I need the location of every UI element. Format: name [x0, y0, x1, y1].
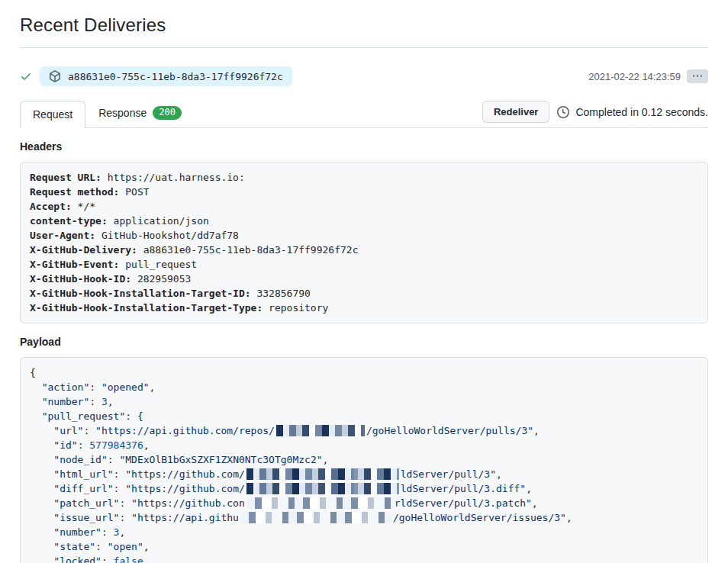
header-line: Request URL: https://uat.harness.io:: [30, 170, 698, 185]
code-line: "number": 3,: [30, 525, 698, 539]
headers-heading: Headers: [20, 140, 708, 153]
code-line: "id": 577984376,: [30, 438, 698, 452]
redaction-mosaic: [246, 497, 393, 509]
delivery-row: a88631e0-755c-11eb-8da3-17ff9926f72c 202…: [20, 66, 708, 86]
delivery-actions: Redeliver Completed in 0.12 seconds.: [482, 101, 708, 127]
code-line: "state": "open",: [30, 539, 698, 554]
code-line: "locked": false,: [30, 554, 698, 563]
code-line: "patch_url": "https://github.conrldServe…: [30, 496, 698, 510]
code-line: "html_url": "https://github.com/ldServer…: [30, 467, 698, 481]
completed-text: Completed in 0.12 seconds.: [575, 106, 708, 118]
code-line: "url": "https://api.github.com/repos//go…: [30, 423, 698, 438]
delivery-tabs: Request Response 200 Redeliver Completed…: [20, 98, 708, 128]
redaction-mosaic: [276, 425, 365, 436]
delivery-guid-pill[interactable]: a88631e0-755c-11eb-8da3-17ff9926f72c: [40, 66, 292, 86]
clock-icon: [557, 106, 569, 118]
delivery-summary: a88631e0-755c-11eb-8da3-17ff9926f72c: [20, 66, 588, 86]
completed-status: Completed in 0.12 seconds.: [557, 106, 708, 118]
redeliver-button[interactable]: Redeliver: [482, 101, 550, 123]
code-line: "diff_url": "https://github.com/ldServer…: [30, 481, 698, 496]
package-icon: [49, 70, 61, 82]
divider: [20, 47, 708, 48]
header-line: User-Agent: GitHub-Hookshot/dd7af78: [30, 228, 698, 243]
header-line: X-GitHub-Delivery: a88631e0-755c-11eb-8d…: [30, 243, 698, 257]
redaction-mosaic: [246, 468, 399, 480]
check-icon: [20, 70, 32, 82]
response-status-badge: 200: [153, 106, 182, 120]
headers-list: Request URL: https://uat.harness.io:Requ…: [30, 170, 698, 315]
code-line: "pull_request": {: [30, 409, 698, 423]
code-line: "node_id": "MDExOlB1bGxSZXF1ZXN0NTc3OTg0…: [30, 452, 698, 467]
page-title: Recent Deliveries: [20, 0, 708, 36]
header-line: Request method: POST: [30, 185, 698, 199]
code-line: "number": 3,: [30, 394, 698, 409]
payload-heading: Payload: [20, 336, 708, 348]
kebab-horizontal-icon: [693, 72, 702, 81]
payload-code: { "action": "opened", "number": 3, "pull…: [30, 365, 698, 563]
code-line: "issue_url": "https://api.githu/goHelloW…: [30, 510, 698, 525]
headers-box: Request URL: https://uat.harness.io:Requ…: [20, 162, 708, 323]
header-line: X-GitHub-Hook-Installation-Target-ID: 33…: [30, 286, 698, 301]
redaction-mosaic: [246, 483, 399, 494]
tab-request-label: Request: [33, 108, 72, 121]
code-line: "action": "opened",: [30, 380, 698, 394]
header-line: Accept: */*: [30, 199, 698, 214]
delivery-timestamp: 2021-02-22 14:23:59: [588, 71, 681, 82]
recent-deliveries-page: Recent Deliveries a88631e0-755c-11eb-8da…: [0, 0, 728, 563]
header-line: X-GitHub-Hook-ID: 282959053: [30, 272, 698, 286]
header-line: content-type: application/json: [30, 214, 698, 228]
header-line: X-GitHub-Event: pull_request: [30, 257, 698, 272]
payload-box: { "action": "opened", "number": 3, "pull…: [20, 357, 708, 563]
redaction-mosaic: [240, 512, 391, 523]
header-line: X-GitHub-Hook-Installation-Target-Type: …: [30, 301, 698, 315]
code-line: {: [30, 365, 698, 380]
kebab-menu-button[interactable]: [687, 69, 708, 83]
tab-response-label: Response: [98, 107, 147, 119]
tab-response[interactable]: Response 200: [85, 98, 195, 127]
delivery-guid: a88631e0-755c-11eb-8da3-17ff9926f72c: [68, 71, 283, 82]
tab-request[interactable]: Request: [20, 101, 85, 128]
